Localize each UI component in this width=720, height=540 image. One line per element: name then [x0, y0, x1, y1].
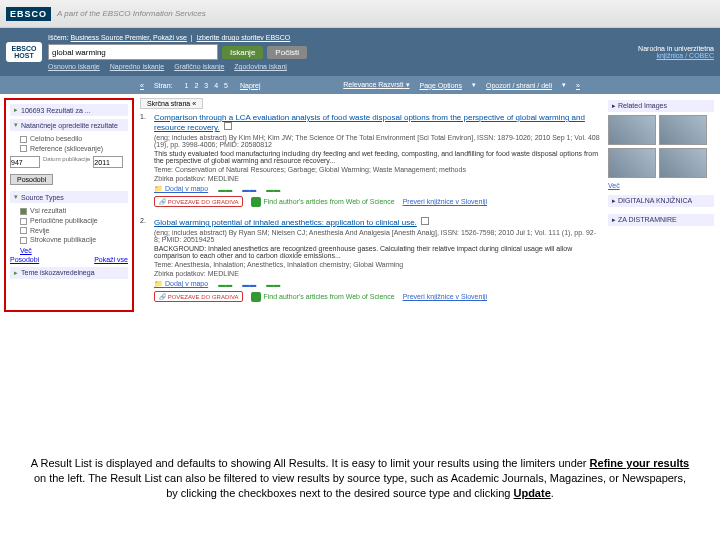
refine-header[interactable]: ▾Natančneje opredelite rezultate	[10, 119, 128, 131]
share-dropdown[interactable]: Opozori / shrani / deli	[486, 82, 552, 89]
limiter-fulltext[interactable]: Celotno besedilo	[10, 134, 128, 144]
thesaurus-header[interactable]: ▸Teme iskozavredelnega	[10, 267, 128, 279]
source-magazines[interactable]: Revije	[10, 226, 128, 236]
result-number: 2.	[140, 217, 154, 224]
banner-subtitle: A part of the EBSCO Information Services	[57, 9, 206, 18]
web-of-science-link[interactable]: Find author's articles from Web of Scien…	[251, 197, 394, 207]
result-database: Zbirka podatkov: MEDLINE	[154, 270, 600, 277]
preview-icon[interactable]	[421, 217, 429, 225]
wos-icon	[251, 292, 261, 302]
wos-icon	[251, 197, 261, 207]
slovenian-libraries-link[interactable]: Preveri knjižnice v Sloveniji	[403, 293, 487, 300]
checkbox-icon[interactable]	[20, 237, 27, 244]
chevron-right-icon: ▸	[14, 269, 18, 277]
result-citation: (eng; includes abstract) By Ryan SM; Nie…	[154, 229, 600, 243]
search-input[interactable]	[48, 44, 218, 60]
result-subjects: Teme: Anesthesia, Inhalation; Anesthetic…	[154, 261, 600, 268]
advanced-search-link[interactable]: Napredno iskanje	[110, 63, 164, 70]
right-sidebar: ▸ Related Images Več ▸ DIGITALNA KNJIŽNI…	[606, 98, 716, 312]
database-name-link[interactable]: Business Source Premier, Pokaži vse	[71, 34, 187, 41]
update-button[interactable]: Posodobi	[10, 174, 53, 185]
chevron-down-icon: ▾	[14, 193, 18, 201]
update-link[interactable]: Posodobi	[10, 256, 39, 263]
refine-panel: ▸106693 Rezultati za ... ▾Natančneje opr…	[4, 98, 134, 312]
hide-sidebar-button[interactable]: Skrčna strana «	[140, 98, 203, 109]
source-periodicals[interactable]: Periodične publikacije	[10, 216, 128, 226]
result-abstract: This study evaluated food manufacturing …	[154, 150, 600, 164]
result-abstract: BACKGROUND: Inhaled anesthetics are reco…	[154, 245, 600, 259]
chevron-right-icon: ▸	[14, 106, 18, 114]
page-options-dropdown[interactable]: Page Options	[420, 82, 462, 89]
result-number: 1.	[140, 113, 154, 120]
date-label: Datum publikacije	[43, 156, 90, 168]
results-toolbar: « Stran: 1 2 3 4 5 Naprej Relevance Razv…	[0, 76, 720, 94]
ask-header[interactable]: ▸ ZA DISTRAMNIRE	[608, 214, 714, 226]
clear-button[interactable]: Počisti	[267, 46, 307, 59]
chevron-down-icon: ▾	[14, 121, 18, 129]
basic-search-link[interactable]: Osnovno iskanje	[48, 63, 100, 70]
linksource-button[interactable]: 🔗 POVEZAVE DO GRADIVA	[154, 196, 243, 207]
page-2[interactable]: 2	[194, 82, 198, 89]
checkbox-icon[interactable]	[20, 227, 27, 234]
search-bar: EBSCOHOST Iščem: Business Source Premier…	[0, 28, 720, 76]
searching-label: Iščem:	[48, 34, 69, 41]
relevance-dropdown[interactable]: Relevance Razvrsti ▾	[343, 81, 409, 89]
result-item: 2. Global warming potential of inhaled a…	[140, 217, 600, 302]
visual-search-link[interactable]: Grafično iskanje	[174, 63, 224, 70]
checkbox-icon[interactable]	[20, 136, 27, 143]
limiter-references[interactable]: Reference (sklicevanje)	[10, 144, 128, 154]
ebsco-logo: EBSCO	[6, 7, 51, 21]
result-title-link[interactable]: Global warming potential of inhaled anes…	[154, 218, 417, 227]
page-1[interactable]: 1	[185, 82, 189, 89]
result-item: 1. Comparison through a LCA evaluation a…	[140, 113, 600, 207]
checkbox-icon[interactable]	[20, 218, 27, 225]
institution-link[interactable]: knjižnica / COBEC	[656, 52, 714, 59]
page-4[interactable]: 4	[214, 82, 218, 89]
next-page-arrow[interactable]: »	[576, 82, 580, 89]
slovenian-libraries-link[interactable]: Preveri knjižnice v Sloveniji	[403, 198, 487, 205]
add-to-folder-link[interactable]: 📁 Dodaj v mapo	[154, 280, 208, 288]
source-more-link[interactable]: Več	[20, 247, 32, 254]
linksource-button[interactable]: 🔗 POVEZAVE DO GRADIVA	[154, 291, 243, 302]
page-label: Stran:	[154, 82, 173, 89]
source-types-header[interactable]: ▾Source Types	[10, 191, 128, 203]
checkbox-icon[interactable]	[20, 145, 27, 152]
result-database: Zbirka podatkov: MEDLINE	[154, 175, 600, 182]
date-to-input[interactable]	[93, 156, 123, 168]
publisher-banner: EBSCO A part of the EBSCO Information Se…	[0, 0, 720, 28]
results-count-header[interactable]: ▸106693 Rezultati za ...	[10, 104, 128, 116]
result-citation: (eng; includes abstract) By Kim MH; Kim …	[154, 134, 600, 148]
checkbox-icon[interactable]	[20, 208, 27, 215]
institution-label: Narodna in univerzitetna knjižnica / COB…	[638, 45, 714, 59]
image-thumbnail[interactable]	[659, 148, 707, 178]
image-thumbnail[interactable]	[659, 115, 707, 145]
related-images-header[interactable]: ▸ Related Images	[608, 100, 714, 112]
choose-service-link[interactable]: Izberite drugo storitev EBSCO	[197, 34, 291, 41]
page-3[interactable]: 3	[204, 82, 208, 89]
result-subjects: Teme: Conservation of Natural Resources;…	[154, 166, 600, 173]
add-to-folder-link[interactable]: 📁 Dodaj v mapo	[154, 185, 208, 193]
results-list: Skrčna strana « 1. Comparison through a …	[134, 98, 606, 312]
digital-library-header[interactable]: ▸ DIGITALNA KNJIŽNICA	[608, 195, 714, 207]
image-thumbnail[interactable]	[608, 148, 656, 178]
page-5[interactable]: 5	[224, 82, 228, 89]
more-images-link[interactable]: Več	[608, 182, 714, 189]
search-history-link[interactable]: Zgodovina iskanj	[234, 63, 287, 70]
source-trade[interactable]: Strokovne publikacije	[10, 235, 128, 245]
search-button[interactable]: Iskanje	[222, 46, 263, 59]
source-all[interactable]: Vsi rezultati	[10, 206, 128, 216]
web-of-science-link[interactable]: Find author's articles from Web of Scien…	[251, 292, 394, 302]
ebscohost-badge: EBSCOHOST	[6, 42, 42, 62]
result-title-link[interactable]: Comparison through a LCA evaluation anal…	[154, 113, 585, 132]
show-all-link[interactable]: Pokaži vse	[94, 256, 128, 263]
preview-icon[interactable]	[224, 122, 232, 130]
next-page-link[interactable]: Naprej	[240, 82, 261, 89]
date-from-input[interactable]	[10, 156, 40, 168]
slide-caption: A Result List is displayed and defaults …	[0, 448, 720, 509]
image-thumbnail[interactable]	[608, 115, 656, 145]
prev-page[interactable]: «	[140, 82, 144, 89]
